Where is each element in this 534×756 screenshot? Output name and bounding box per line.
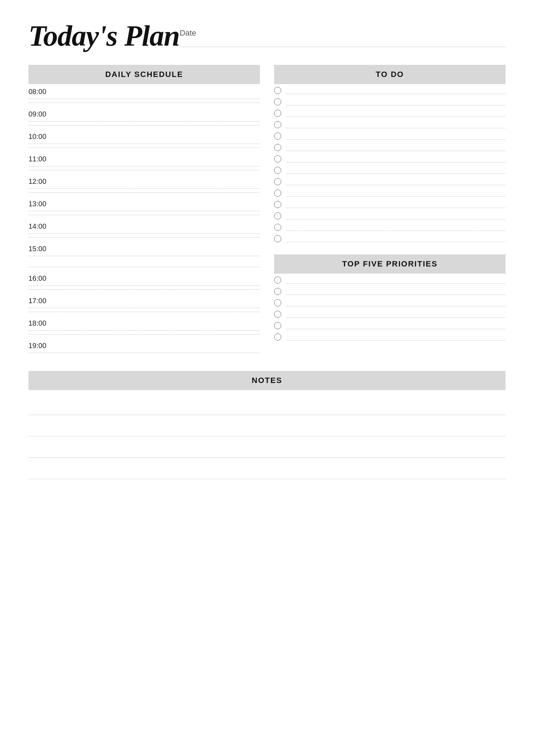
schedule-line-1400b[interactable]	[28, 237, 260, 238]
time-1300: 13:00	[28, 200, 260, 208]
schedule-item-1000: 10:00	[28, 129, 260, 148]
schedule-item-1400: 14:00	[28, 219, 260, 238]
todo-circle-7[interactable]	[274, 155, 281, 162]
schedule-item-1100: 11:00	[28, 151, 260, 170]
priority-line-3[interactable]	[286, 299, 506, 306]
priority-circle-3[interactable]	[274, 299, 281, 306]
priorities-section: TOP FIVE PRIORITIES	[274, 254, 506, 342]
schedule-item-1300: 13:00	[28, 196, 260, 215]
schedule-line-0800b[interactable]	[28, 103, 260, 103]
schedule-line-1700a[interactable]	[28, 308, 260, 308]
date-line-input[interactable]	[180, 40, 506, 47]
schedule-line-1000b[interactable]	[28, 147, 260, 148]
priority-circle-2[interactable]	[274, 288, 281, 295]
priorities-header: TOP FIVE PRIORITIES	[274, 254, 506, 274]
todo-line-1[interactable]	[286, 87, 506, 94]
schedule-line-1800b[interactable]	[28, 334, 260, 335]
todo-item-5	[274, 130, 506, 141]
todo-circle-3[interactable]	[274, 110, 281, 117]
note-line-3[interactable]	[28, 440, 506, 458]
todo-line-11[interactable]	[286, 201, 506, 208]
todo-circle-12[interactable]	[274, 212, 281, 219]
todo-line-13[interactable]	[286, 224, 506, 231]
schedule-item-1700: 17:00	[28, 293, 260, 312]
time-0900: 09:00	[28, 110, 260, 118]
todo-line-6[interactable]	[286, 144, 506, 151]
time-1200: 12:00	[28, 177, 260, 186]
priority-circle-5[interactable]	[274, 322, 281, 329]
priority-circle-1[interactable]	[274, 276, 281, 284]
todo-line-9[interactable]	[286, 178, 506, 185]
priority-line-1[interactable]	[286, 276, 506, 284]
schedule-item-1500: 15:00	[28, 241, 260, 267]
note-line-2[interactable]	[28, 419, 506, 436]
schedule-line-0900b[interactable]	[28, 125, 260, 125]
schedule-line-1900a[interactable]	[28, 353, 260, 353]
priority-circle-4[interactable]	[274, 311, 281, 318]
todo-line-14[interactable]	[286, 235, 506, 242]
schedule-line-1700b[interactable]	[28, 312, 260, 312]
schedule-line-1500a[interactable]	[28, 256, 260, 256]
priority-circle-6[interactable]	[274, 333, 281, 341]
todo-circle-14[interactable]	[274, 235, 281, 242]
priority-item-5	[274, 319, 506, 331]
priority-line-5[interactable]	[286, 322, 506, 329]
schedule-line-0900a[interactable]	[28, 121, 260, 121]
todo-line-4[interactable]	[286, 121, 506, 128]
todo-item-13	[274, 221, 506, 232]
todo-circle-11[interactable]	[274, 201, 281, 208]
note-line-1[interactable]	[28, 397, 506, 415]
notes-header: NOTES	[28, 371, 506, 390]
todo-circle-13[interactable]	[274, 224, 281, 231]
todo-line-3[interactable]	[286, 110, 506, 117]
todo-line-2[interactable]	[286, 98, 506, 105]
todo-header: TO DO	[274, 65, 506, 84]
todo-line-5[interactable]	[286, 133, 506, 140]
schedule-line-1100a[interactable]	[28, 166, 260, 166]
todo-item-6	[274, 141, 506, 152]
priority-item-2	[274, 285, 506, 296]
priority-line-2[interactable]	[286, 288, 506, 295]
schedule-line-1500b[interactable]	[28, 267, 260, 267]
todo-circle-4[interactable]	[274, 121, 281, 128]
schedule-line-1400a[interactable]	[28, 233, 260, 234]
schedule-item-0900: 09:00	[28, 107, 260, 125]
schedule-line-1300a[interactable]	[28, 211, 260, 211]
schedule-line-0800a[interactable]	[28, 99, 260, 99]
schedule-item-1200: 12:00	[28, 174, 260, 193]
todo-line-8[interactable]	[286, 167, 506, 174]
schedule-line-1200b[interactable]	[28, 192, 260, 193]
todo-circle-8[interactable]	[274, 167, 281, 174]
todo-item-9	[274, 175, 506, 187]
todo-line-10[interactable]	[286, 190, 506, 197]
schedule-line-1200a[interactable]	[28, 188, 260, 189]
todo-circle-2[interactable]	[274, 98, 281, 105]
priority-item-3	[274, 296, 506, 308]
todo-circle-6[interactable]	[274, 144, 281, 151]
schedule-line-1100b[interactable]	[28, 170, 260, 170]
time-1100: 11:00	[28, 155, 260, 163]
todo-item-10	[274, 187, 506, 198]
date-field: Date	[180, 21, 506, 47]
todo-line-7[interactable]	[286, 155, 506, 162]
todo-line-12[interactable]	[286, 212, 506, 219]
time-1600: 16:00	[28, 274, 260, 283]
todo-item-7	[274, 152, 506, 164]
priority-line-6[interactable]	[286, 333, 506, 341]
page-title: Today's Plan	[28, 21, 180, 51]
todo-circle-9[interactable]	[274, 178, 281, 185]
daily-schedule-col: DAILY SCHEDULE 08:00 09:00 10:00	[28, 65, 260, 357]
note-line-4[interactable]	[28, 461, 506, 479]
schedule-line-1600b[interactable]	[28, 289, 260, 290]
todo-circle-1[interactable]	[274, 87, 281, 94]
schedule-line-1000a[interactable]	[28, 144, 260, 144]
todo-item-14	[274, 232, 506, 244]
todo-circle-10[interactable]	[274, 190, 281, 197]
time-1900: 19:00	[28, 342, 260, 350]
schedule-line-1600a[interactable]	[28, 285, 260, 286]
time-1700: 17:00	[28, 297, 260, 305]
priority-line-4[interactable]	[286, 311, 506, 318]
schedule-line-1800a[interactable]	[28, 330, 260, 331]
todo-circle-5[interactable]	[274, 133, 281, 140]
schedule-line-1300b[interactable]	[28, 215, 260, 215]
